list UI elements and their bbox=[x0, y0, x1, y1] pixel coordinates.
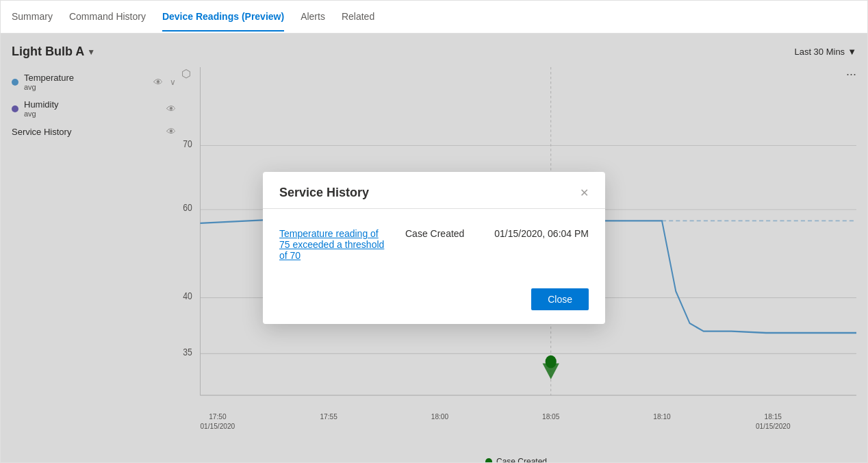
modal-close-action-button[interactable]: Close bbox=[531, 288, 589, 310]
tab-summary[interactable]: Summary bbox=[12, 3, 53, 32]
main-content: Light Bulb A ▼ Last 30 Mins ▼ Temperatur… bbox=[1, 34, 867, 462]
modal-close-button[interactable]: ✕ bbox=[580, 188, 589, 199]
modal-status: Case Created bbox=[405, 228, 478, 239]
tab-command-history[interactable]: Command History bbox=[69, 3, 146, 32]
modal-header: Service History ✕ bbox=[263, 172, 605, 209]
modal-body: Temperature reading of 75 exceeded a thr… bbox=[263, 209, 605, 280]
tab-bar: Summary Command History Device Readings … bbox=[1, 1, 867, 34]
modal-date: 01/15/2020, 06:04 PM bbox=[494, 228, 589, 239]
tab-related[interactable]: Related bbox=[342, 3, 374, 32]
modal-row: Temperature reading of 75 exceeded a thr… bbox=[279, 223, 589, 266]
modal-footer: Close bbox=[263, 280, 605, 324]
modal-title: Service History bbox=[279, 186, 369, 200]
tab-alerts[interactable]: Alerts bbox=[301, 3, 325, 32]
app-container: Summary Command History Device Readings … bbox=[0, 0, 868, 463]
service-history-link[interactable]: Temperature reading of 75 exceeded a thr… bbox=[279, 228, 389, 261]
modal-overlay: Service History ✕ Temperature reading of… bbox=[1, 34, 867, 462]
tab-device-readings[interactable]: Device Readings (Preview) bbox=[162, 3, 284, 32]
service-history-modal: Service History ✕ Temperature reading of… bbox=[263, 172, 605, 324]
